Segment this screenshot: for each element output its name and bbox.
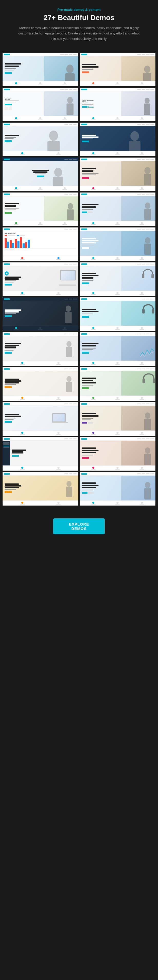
demo-card-25[interactable] [3,472,78,506]
page-wrapper: Pre-made demos & content 27+ Beautiful D… [0,0,158,550]
svg-point-24 [66,305,71,312]
svg-rect-31 [66,382,72,393]
svg-point-10 [130,131,139,141]
demo-card-12[interactable] [80,228,155,261]
svg-point-30 [66,376,71,382]
demo-card-18[interactable] [80,332,155,366]
svg-rect-17 [67,210,74,220]
svg-point-14 [144,167,150,174]
demo-card-2[interactable] [80,52,155,86]
demo-card-5[interactable] [3,123,78,156]
demo-card-6[interactable] [80,123,155,156]
svg-rect-41 [144,488,151,500]
svg-point-16 [68,203,73,210]
demo-card-10[interactable] [80,192,155,226]
demo-card-9[interactable] [3,192,78,226]
demo-card-24[interactable] [80,437,155,471]
svg-rect-13 [53,177,63,186]
svg-point-34 [145,412,150,419]
svg-rect-3 [143,73,151,81]
demo-card-22[interactable] [80,402,155,436]
svg-point-18 [145,202,150,209]
description: Metrics comes with a beautiful collectio… [17,25,141,41]
svg-rect-22 [142,274,144,278]
demo-card-13[interactable] [3,262,78,296]
svg-rect-23 [151,274,154,278]
svg-point-4 [67,97,73,103]
svg-rect-1 [65,73,75,81]
svg-point-20 [145,237,150,243]
svg-point-0 [66,65,73,73]
svg-rect-9 [47,141,60,151]
demo-card-8[interactable] [80,158,155,191]
svg-rect-32 [142,379,145,383]
pre-made-label: Pre-made demos & content [5,8,153,11]
demos-grid: Better SocialStarts Here [0,52,158,506]
svg-rect-37 [144,454,151,465]
svg-rect-26 [142,309,145,313]
svg-rect-25 [65,312,72,323]
svg-point-2 [144,66,150,73]
demo-card-14[interactable] [80,262,155,296]
demo-card-17[interactable] [3,332,78,366]
header-section: Pre-made demos & content 27+ Beautiful D… [0,0,158,52]
svg-rect-5 [66,103,73,115]
svg-point-8 [49,130,58,141]
svg-point-12 [54,167,62,177]
demo-card-4[interactable]: Powerful, ApproachablePlatformfor Social… [80,88,155,121]
svg-rect-35 [144,419,151,430]
demo-card-11[interactable]: SEO MARKETING [3,228,78,261]
svg-point-28 [66,341,71,347]
svg-rect-11 [129,141,140,151]
svg-rect-33 [153,379,155,383]
demo-card-3[interactable]: Better SocialStarts Here [3,88,78,121]
demo-card-7[interactable] [3,158,78,191]
svg-rect-29 [66,347,72,358]
svg-rect-19 [144,209,151,220]
demo-card-16[interactable] [80,298,155,331]
demo-card-21[interactable] [3,402,78,436]
demo-card-23[interactable] [3,437,78,471]
main-title: 27+ Beautiful Demos [5,14,153,22]
demo-card-1[interactable] [3,52,78,86]
demo-card-15[interactable] [3,298,78,331]
demo-card-19[interactable] [3,367,78,401]
explore-demos-button[interactable]: EXPLORE DEMOS [53,519,105,535]
svg-rect-7 [144,103,150,115]
svg-point-40 [145,482,150,488]
svg-rect-39 [66,487,72,497]
svg-rect-21 [144,243,151,255]
svg-point-6 [145,98,150,103]
demo-card-26[interactable] [80,472,155,506]
svg-point-36 [145,447,150,453]
demo-card-20[interactable] [80,367,155,401]
svg-rect-27 [152,309,155,313]
svg-rect-15 [144,174,151,185]
svg-point-38 [66,481,71,487]
